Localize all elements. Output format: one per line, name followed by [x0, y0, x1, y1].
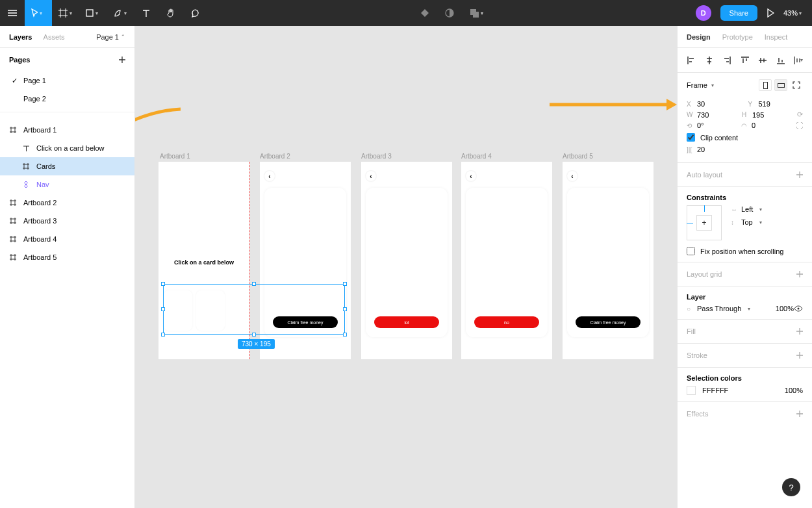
color-opacity[interactable]: 100%	[785, 387, 803, 394]
constrain-proportions-icon[interactable]: ⟳	[797, 110, 803, 119]
artboard-label[interactable]: Artboard 5	[563, 153, 593, 160]
w-field[interactable]: W730	[687, 110, 735, 119]
chevron-down-icon: ▾	[124, 10, 127, 16]
move-icon	[31, 8, 38, 18]
artboard-label[interactable]: Artboard 1	[160, 153, 190, 160]
add-icon[interactable]	[796, 352, 803, 359]
text-icon	[22, 144, 30, 152]
cta-button[interactable]: lol	[374, 316, 439, 328]
avatar[interactable]: D	[696, 5, 711, 21]
add-page-icon[interactable]	[119, 57, 125, 63]
page-row[interactable]: Page 2	[0, 90, 134, 108]
layer-artboard1[interactable]: Artboard 1	[0, 121, 134, 139]
add-icon[interactable]	[796, 171, 803, 178]
tab-layers[interactable]: Layers	[9, 33, 32, 41]
layer-artboard2[interactable]: Artboard 2	[0, 194, 134, 212]
color-hex[interactable]: FFFFFF	[702, 387, 728, 394]
artboard-label[interactable]: Artboard 3	[361, 153, 392, 160]
artboard-label[interactable]: Artboard 4	[461, 153, 492, 160]
page-selector[interactable]: Page 1⌃	[96, 33, 125, 41]
align-center-v-icon[interactable]	[758, 56, 767, 65]
layout-grid-section[interactable]: Layout grid	[678, 262, 812, 286]
h-field[interactable]: H195	[742, 110, 791, 119]
back-button[interactable]: ‹	[366, 171, 376, 181]
layer-artboard5[interactable]: Artboard 5	[0, 248, 134, 266]
resize-to-fit[interactable]	[790, 79, 803, 91]
radius-field[interactable]: ◠0	[741, 121, 789, 129]
cta-button[interactable]: Claim free money	[576, 316, 641, 328]
comment-tool[interactable]	[183, 0, 208, 26]
page-row[interactable]: ✓ Page 1	[0, 71, 134, 90]
layer-artboard3[interactable]: Artboard 3	[0, 212, 134, 230]
pen-tool[interactable]: ▾	[107, 0, 134, 26]
zoom-dropdown[interactable]: 43%▾	[783, 9, 802, 17]
tab-design[interactable]: Design	[687, 33, 711, 41]
artboard-4[interactable]: ‹ no	[461, 162, 552, 359]
layer-artboard4[interactable]: Artboard 4	[0, 230, 134, 248]
text-tool[interactable]	[134, 0, 159, 26]
share-button[interactable]: Share	[720, 5, 757, 21]
shape-tool[interactable]: ▾	[79, 0, 107, 26]
component-icon[interactable]	[420, 8, 429, 18]
help-button[interactable]: ?	[782, 478, 800, 496]
left-panel: Layers Assets Page 1⌃ Pages ✓ Page 1 Pag…	[0, 26, 135, 508]
spacing-field[interactable]: ]|[20	[687, 146, 803, 153]
layer-text[interactable]: Click on a card below	[0, 139, 134, 157]
card-body	[567, 188, 649, 337]
auto-layout-section[interactable]: Auto layout	[678, 163, 812, 187]
canvas[interactable]: Artboard 1 Artboard 2 Artboard 3 Artboar…	[135, 26, 677, 508]
distribute-icon[interactable]: ▾	[794, 56, 803, 65]
add-icon[interactable]	[796, 271, 803, 277]
layer-nav[interactable]: Nav	[0, 175, 134, 194]
align-right-icon[interactable]	[722, 56, 731, 65]
color-swatch[interactable]	[687, 386, 696, 395]
selection-box[interactable]	[163, 284, 345, 335]
add-icon[interactable]	[796, 328, 803, 335]
fix-position-checkbox[interactable]	[687, 247, 695, 255]
cta-button[interactable]: no	[474, 316, 539, 328]
present-icon[interactable]	[767, 8, 774, 18]
layer-cards[interactable]: Cards	[0, 157, 134, 175]
boolean-tool[interactable]: ▾	[470, 8, 483, 18]
blend-mode-dropdown[interactable]: ○Pass Through▾	[687, 305, 776, 312]
y-field[interactable]: Y519	[748, 100, 804, 108]
independent-corners-icon[interactable]: ⛶	[796, 121, 803, 129]
artboard-3[interactable]: ‹ lol	[361, 162, 452, 359]
add-icon[interactable]	[796, 411, 803, 417]
artboard-5[interactable]: ‹ Claim free money	[563, 162, 653, 359]
align-left-icon[interactable]	[687, 56, 696, 65]
effects-section[interactable]: Effects	[678, 402, 812, 425]
move-tool[interactable]: ▾	[25, 0, 52, 26]
constraint-v-dropdown[interactable]: ↕Top▾	[731, 218, 803, 226]
align-bottom-icon[interactable]	[776, 56, 785, 65]
menu-button[interactable]	[0, 0, 25, 26]
fill-section[interactable]: Fill	[678, 320, 812, 344]
stroke-section[interactable]: Stroke	[678, 344, 812, 368]
back-button[interactable]: ‹	[567, 171, 577, 181]
frame-type-dropdown[interactable]: Frame▾	[687, 81, 714, 89]
orientation-portrait[interactable]	[759, 79, 772, 91]
mask-icon[interactable]	[445, 8, 454, 18]
opacity-field[interactable]: 100%	[776, 305, 794, 312]
clip-content-checkbox[interactable]	[687, 133, 695, 142]
svg-rect-6	[778, 83, 784, 87]
tab-assets[interactable]: Assets	[44, 33, 65, 41]
align-center-h-icon[interactable]	[705, 56, 714, 65]
back-button[interactable]: ‹	[264, 171, 275, 181]
orientation-landscape[interactable]	[774, 79, 787, 91]
card-body	[466, 188, 548, 337]
constraint-h-dropdown[interactable]: ↔Left▾	[731, 205, 803, 213]
x-field[interactable]: X30	[687, 100, 742, 108]
back-button[interactable]: ‹	[466, 171, 476, 181]
constraints-widget[interactable]: +	[687, 205, 722, 240]
hand-tool[interactable]	[159, 0, 183, 26]
tab-prototype[interactable]: Prototype	[722, 33, 753, 41]
visibility-icon[interactable]	[794, 305, 803, 312]
rotation-field[interactable]: ⟲0°	[687, 121, 735, 129]
prompt-text: Click on a card below	[159, 259, 249, 266]
frame-tool[interactable]: ▾	[52, 0, 79, 26]
check-icon: ✓	[12, 77, 18, 85]
align-top-icon[interactable]	[741, 56, 750, 65]
artboard-label[interactable]: Artboard 2	[260, 153, 290, 160]
tab-inspect[interactable]: Inspect	[765, 33, 787, 41]
